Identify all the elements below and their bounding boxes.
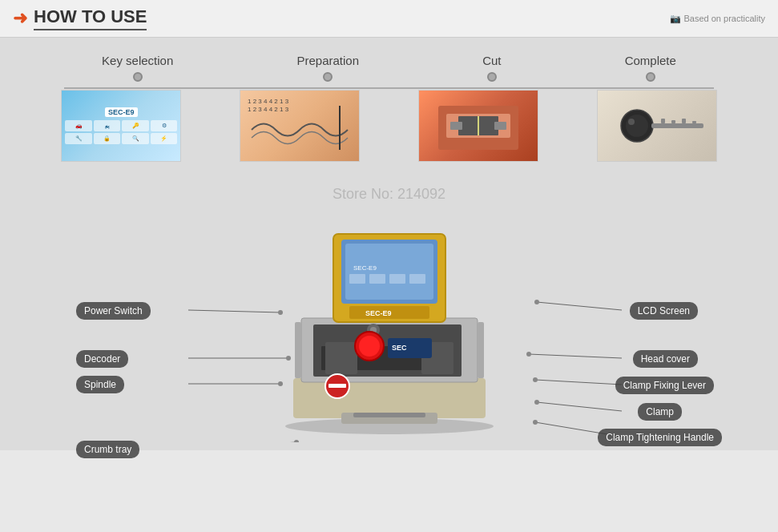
- key-grid: 🚗 🏍 🔑 ⚙ 🔧 🔒 🔍 ⚡: [65, 120, 177, 144]
- header-note-text: Based on practicality: [684, 14, 766, 23]
- header-note: 📷 Based on practicality: [670, 14, 766, 24]
- key-cell-2: 🏍: [94, 120, 121, 131]
- svg-text:1 2 3 4 4 2 1 3: 1 2 3 4 4 2 1 3: [248, 106, 289, 113]
- svg-point-63: [294, 440, 299, 442]
- svg-point-57: [533, 377, 538, 382]
- svg-text:SEC-E9: SEC-E9: [353, 264, 377, 272]
- preparation-svg: 1 2 3 4 4 2 1 3 1 2 3 4 4 2 1 3: [244, 94, 356, 158]
- svg-rect-8: [494, 122, 506, 130]
- step-cut: Cut: [482, 54, 501, 82]
- sec-label: SEC-E9: [105, 107, 138, 117]
- label-head-cover: Head cover: [633, 350, 698, 368]
- label-clamp-fixing-lever: Clamp Fixing Lever: [615, 377, 714, 394]
- svg-rect-16: [692, 121, 696, 123]
- svg-rect-14: [671, 120, 675, 123]
- step-preparation-dot: [323, 72, 333, 82]
- step-complete: Complete: [625, 54, 676, 82]
- machine-section: Store No: 214092: [16, 178, 762, 442]
- svg-rect-15: [682, 119, 686, 123]
- svg-rect-7: [450, 122, 462, 130]
- key-cell-7: 🔍: [122, 133, 149, 144]
- svg-text:SEC: SEC: [392, 344, 407, 352]
- svg-rect-36: [389, 274, 405, 284]
- step-image-key-selection: SEC-E9 🚗 🏍 🔑 ⚙ 🔧 🔒 🔍 ⚡: [61, 90, 181, 162]
- step-key-selection: Key selection: [102, 54, 173, 82]
- label-lcd-screen: LCD Screen: [630, 302, 698, 320]
- step-image-complete: [597, 90, 717, 162]
- svg-point-10: [626, 115, 648, 137]
- key-cell-5: 🔧: [65, 133, 92, 144]
- camera-icon: 📷: [670, 14, 681, 24]
- svg-text:SEC-E9: SEC-E9: [365, 309, 392, 317]
- step-key-selection-label: Key selection: [102, 54, 173, 67]
- svg-rect-32: [345, 244, 433, 300]
- header-arrow-icon: ➜: [13, 8, 27, 29]
- machine-illustration: SEC-E9 SEC-E9 SEC: [245, 190, 534, 438]
- svg-rect-12: [651, 123, 703, 128]
- key-cell-3: 🔑: [122, 120, 149, 131]
- header-title-group: ➜ HOW TO USE: [13, 6, 147, 30]
- svg-rect-44: [295, 322, 301, 378]
- main-content: Key selection Preparation Cut Complete S…: [0, 38, 778, 450]
- svg-rect-35: [369, 274, 385, 284]
- svg-rect-45: [478, 322, 484, 378]
- step-images-row: SEC-E9 🚗 🏍 🔑 ⚙ 🔧 🔒 🔍 ⚡ 1 2 3 4 4 2 1 3: [16, 86, 762, 174]
- step-complete-label: Complete: [625, 54, 676, 67]
- key-cell-1: 🚗: [65, 120, 92, 131]
- svg-rect-13: [661, 119, 665, 123]
- step-cut-dot: [487, 72, 497, 82]
- svg-rect-34: [349, 274, 365, 284]
- label-clamp-tightening-handle: Clamp Tightening Handle: [598, 429, 722, 446]
- label-clamp: Clamp: [638, 403, 682, 421]
- label-power-switch: Power Switch: [76, 302, 151, 320]
- key-cell-6: 🔒: [94, 133, 121, 144]
- label-spindle: Spindle: [76, 376, 124, 393]
- step-preparation: Preparation: [296, 54, 359, 82]
- step-complete-dot: [646, 72, 655, 82]
- svg-line-56: [535, 380, 622, 385]
- svg-text:1 2 3 4 4 2 1 3: 1 2 3 4 4 2 1 3: [248, 98, 289, 105]
- svg-line-48: [537, 302, 622, 310]
- label-crumb-tray: Crumb tray: [76, 441, 139, 458]
- svg-point-59: [534, 400, 539, 405]
- complete-illustration: [598, 91, 716, 161]
- step-image-preparation: 1 2 3 4 4 2 1 3 1 2 3 4 4 2 1 3: [240, 90, 360, 162]
- step-preparation-label: Preparation: [296, 54, 359, 67]
- svg-rect-20: [353, 413, 425, 417]
- svg-point-49: [534, 300, 539, 304]
- svg-rect-37: [409, 274, 425, 284]
- header: ➜ HOW TO USE 📷 Based on practicality: [0, 0, 778, 38]
- svg-point-11: [628, 119, 635, 125]
- cut-svg: [422, 94, 534, 158]
- key-cell-8: ⚡: [151, 133, 178, 144]
- svg-line-54: [529, 354, 622, 358]
- page-title: HOW TO USE: [34, 6, 147, 30]
- cut-illustration: [419, 91, 538, 161]
- step-image-cut: [418, 90, 538, 162]
- svg-line-58: [537, 402, 622, 411]
- key-cell-4: ⚙: [151, 120, 178, 131]
- svg-point-61: [533, 420, 538, 425]
- svg-point-41: [359, 336, 380, 357]
- steps-row: Key selection Preparation Cut Complete: [16, 46, 762, 86]
- steps-connector-line: [64, 87, 714, 89]
- step-key-selection-dot: [133, 72, 143, 82]
- svg-rect-18: [293, 378, 486, 418]
- key-svg: [601, 94, 713, 158]
- step-cut-label: Cut: [482, 54, 501, 67]
- preparation-illustration: 1 2 3 4 4 2 1 3 1 2 3 4 4 2 1 3: [240, 91, 359, 161]
- key-selection-illustration: SEC-E9 🚗 🏍 🔑 ⚙ 🔧 🔒 🔍 ⚡: [62, 91, 180, 161]
- svg-rect-29: [329, 384, 346, 388]
- svg-rect-25: [325, 342, 357, 374]
- label-decoder: Decoder: [76, 350, 128, 368]
